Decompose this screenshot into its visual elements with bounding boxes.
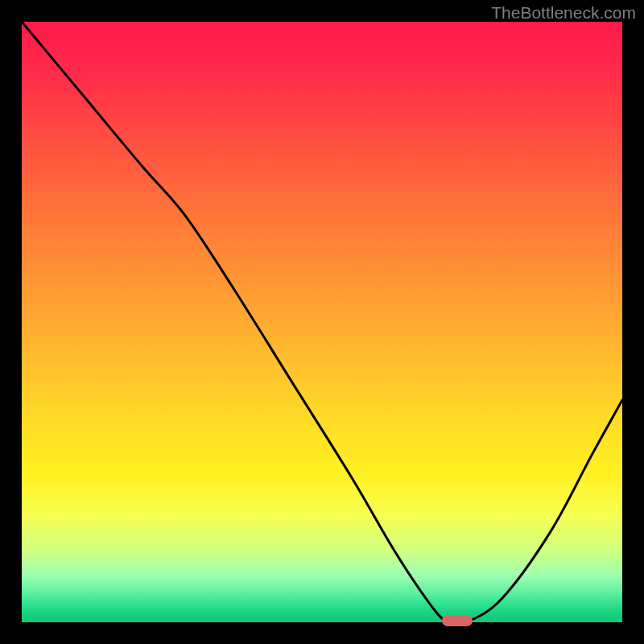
plot-area <box>22 22 622 622</box>
line-curve <box>22 22 622 622</box>
watermark-text: TheBottleneck.com <box>491 3 636 23</box>
chart-container: TheBottleneck.com <box>0 0 644 644</box>
optimal-marker <box>442 615 473 626</box>
